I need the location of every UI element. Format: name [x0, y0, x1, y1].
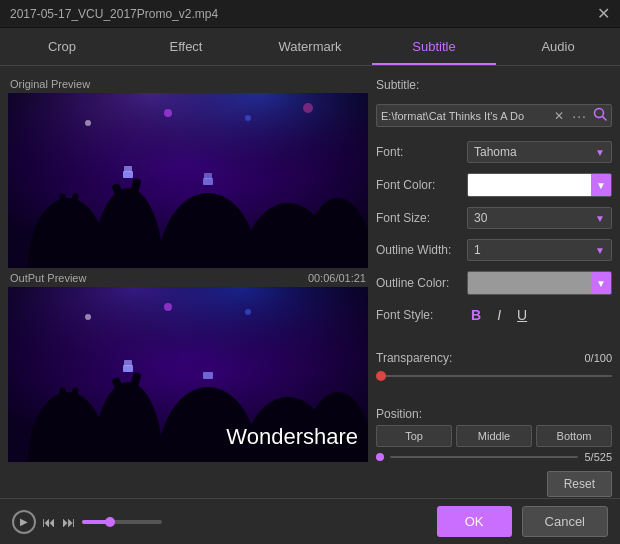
font-color-dropdown-button[interactable]: ▼	[591, 174, 611, 196]
tab-subtitle[interactable]: Subtitle	[372, 28, 496, 65]
watermark-text: Wondershare	[226, 424, 358, 450]
svg-point-17	[164, 109, 172, 117]
cancel-button[interactable]: Cancel	[522, 506, 608, 537]
output-preview: Wondershare	[8, 287, 368, 462]
font-size-label: Font Size:	[376, 211, 461, 225]
font-size-arrow-icon: ▼	[595, 213, 611, 224]
subtitle-search-button[interactable]	[593, 107, 607, 124]
font-size-select[interactable]: 30 12 16 20 24 36 48	[468, 208, 595, 228]
output-time: 00:06/01:21	[308, 272, 366, 284]
svg-point-16	[85, 120, 91, 126]
svg-rect-34	[203, 372, 213, 379]
position-slider-row: 5/525	[376, 451, 612, 463]
ok-button[interactable]: OK	[437, 506, 512, 537]
position-slider[interactable]	[390, 456, 578, 458]
main-content: Original Preview	[0, 66, 620, 498]
position-value: 5/525	[584, 451, 612, 463]
subtitle-more-button[interactable]: ···	[570, 108, 589, 124]
underline-button[interactable]: U	[513, 305, 531, 325]
transparency-row: Transparency: 0/100	[376, 351, 612, 383]
svg-point-19	[303, 103, 313, 113]
svg-rect-13	[124, 166, 132, 172]
font-select-arrow-icon: ▼	[595, 147, 611, 158]
font-select[interactable]: Tahoma Arial Times New Roman	[468, 142, 595, 162]
play-button[interactable]: ▶	[12, 510, 36, 534]
reset-button-row: Reset	[376, 471, 612, 497]
position-buttons: Top Middle Bottom	[376, 425, 612, 447]
font-row: Font: Tahoma Arial Times New Roman ▼	[376, 141, 612, 163]
font-color-swatch[interactable]	[468, 174, 591, 196]
position-label: Position:	[376, 407, 612, 421]
font-color-label: Font Color:	[376, 178, 461, 192]
tab-effect[interactable]: Effect	[124, 28, 248, 65]
font-label: Font:	[376, 145, 461, 159]
svg-rect-14	[203, 178, 213, 185]
progress-bar[interactable]	[82, 520, 162, 524]
prev-frame-button[interactable]: ⏮	[42, 514, 56, 530]
tab-crop[interactable]: Crop	[0, 28, 124, 65]
svg-line-39	[603, 117, 607, 121]
subtitle-path-text: E:\format\Cat Thinks It's A Do	[381, 110, 548, 122]
close-button[interactable]: ✕	[597, 6, 610, 22]
subtitle-clear-button[interactable]: ✕	[552, 109, 566, 123]
transparency-label: Transparency:	[376, 351, 452, 365]
next-frame-button[interactable]: ⏭	[62, 514, 76, 530]
outline-color-swatch[interactable]	[468, 272, 591, 294]
subtitle-input-wrapper: E:\format\Cat Thinks It's A Do ✕ ···	[376, 104, 612, 127]
transparency-header: Transparency: 0/100	[376, 351, 612, 365]
outline-width-label: Outline Width:	[376, 243, 461, 257]
svg-point-18	[245, 115, 251, 121]
window-title: 2017-05-17_VCU_2017Promo_v2.mp4	[10, 7, 218, 21]
tab-watermark[interactable]: Watermark	[248, 28, 372, 65]
outline-width-select[interactable]: 1 0 2 3	[468, 240, 595, 260]
output-header: OutPut Preview 00:06/01:21	[8, 268, 368, 287]
title-bar: 2017-05-17_VCU_2017Promo_v2.mp4 ✕	[0, 0, 620, 28]
svg-rect-32	[123, 365, 133, 372]
bold-button[interactable]: B	[467, 305, 485, 325]
progress-thumb	[105, 517, 115, 527]
italic-button[interactable]: I	[493, 305, 505, 325]
svg-rect-15	[204, 173, 212, 179]
outline-width-arrow-icon: ▼	[595, 245, 611, 256]
outline-color-label: Outline Color:	[376, 276, 461, 290]
outline-width-wrapper: 1 0 2 3 ▼	[467, 239, 612, 261]
playback-controls: ▶ ⏮ ⏭	[12, 510, 162, 534]
left-panel: Original Preview	[8, 74, 368, 490]
subtitle-section-label: Subtitle:	[376, 78, 612, 92]
outline-color-row: Outline Color: ▼	[376, 271, 612, 295]
font-color-row: Font Color: ▼	[376, 173, 612, 197]
font-style-label: Font Style:	[376, 308, 461, 322]
transparency-slider-container	[376, 369, 612, 383]
svg-point-35	[85, 314, 91, 320]
font-color-wrapper: ▼	[467, 173, 612, 197]
position-top-button[interactable]: Top	[376, 425, 452, 447]
outline-color-wrapper: ▼	[467, 271, 612, 295]
action-buttons: OK Cancel	[437, 506, 608, 537]
reset-button[interactable]: Reset	[547, 471, 612, 497]
font-select-wrapper: Tahoma Arial Times New Roman ▼	[467, 141, 612, 163]
output-preview-label: OutPut Preview	[10, 272, 86, 284]
subtitle-input-row: E:\format\Cat Thinks It's A Do ✕ ···	[376, 104, 612, 127]
bottom-bar: ▶ ⏮ ⏭ OK Cancel	[0, 498, 620, 544]
svg-point-36	[164, 303, 172, 311]
svg-rect-33	[124, 360, 132, 366]
original-preview-label: Original Preview	[8, 74, 368, 93]
svg-rect-12	[123, 171, 133, 178]
tab-audio[interactable]: Audio	[496, 28, 620, 65]
transparency-slider[interactable]	[376, 375, 612, 377]
right-panel: Subtitle: E:\format\Cat Thinks It's A Do…	[376, 74, 612, 490]
font-style-row: Font Style: B I U	[376, 305, 612, 325]
position-section: Position: Top Middle Bottom 5/525	[376, 407, 612, 463]
outline-color-dropdown-button[interactable]: ▼	[591, 272, 611, 294]
font-size-row: Font Size: 30 12 16 20 24 36 48 ▼	[376, 207, 612, 229]
progress-bar-wrapper	[82, 520, 162, 524]
original-preview	[8, 93, 368, 268]
font-style-buttons: B I U	[467, 305, 531, 325]
font-size-select-wrapper: 30 12 16 20 24 36 48 ▼	[467, 207, 612, 229]
outline-width-row: Outline Width: 1 0 2 3 ▼	[376, 239, 612, 261]
position-middle-button[interactable]: Middle	[456, 425, 532, 447]
svg-point-37	[245, 309, 251, 315]
transparency-value: 0/100	[584, 352, 612, 364]
position-dot-icon	[376, 453, 384, 461]
position-bottom-button[interactable]: Bottom	[536, 425, 612, 447]
